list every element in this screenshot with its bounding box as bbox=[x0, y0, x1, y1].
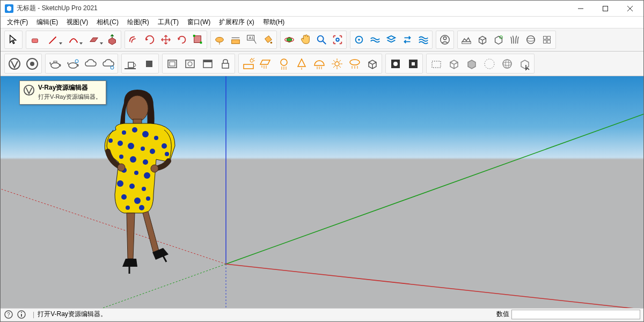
viewport-3d[interactable]: V-Ray资源编辑器 打开V-Ray资源编辑器。 bbox=[1, 76, 643, 308]
vray-light-mesh-icon[interactable] bbox=[346, 55, 363, 72]
status-value-label: 数值 bbox=[496, 310, 509, 319]
titlebar: 无标题 - SketchUp Pro 2021 bbox=[1, 1, 643, 17]
menu-extensions[interactable]: 扩展程序 (x) bbox=[215, 17, 258, 28]
cloud-b-icon[interactable] bbox=[99, 55, 117, 72]
teapot-b-icon[interactable] bbox=[64, 55, 82, 72]
vray-wave-b-icon[interactable] bbox=[415, 32, 431, 48]
svg-rect-39 bbox=[128, 62, 134, 68]
user-icon[interactable] bbox=[437, 32, 453, 48]
pan-tool[interactable] bbox=[297, 32, 313, 48]
tape-measure-tool[interactable] bbox=[211, 32, 228, 48]
menu-view[interactable]: 视图(V) bbox=[62, 17, 92, 28]
vray-light-spot-icon[interactable] bbox=[292, 55, 310, 72]
measurement-input[interactable] bbox=[511, 310, 640, 319]
svg-point-76 bbox=[162, 143, 167, 149]
svg-point-94 bbox=[139, 205, 144, 210]
vray-geo-cube2-icon[interactable] bbox=[463, 55, 480, 72]
menu-camera[interactable]: 相机(C) bbox=[92, 17, 123, 28]
svg-point-93 bbox=[126, 206, 130, 210]
svg-point-96 bbox=[165, 152, 169, 156]
vray-light-dome-icon[interactable] bbox=[310, 55, 328, 72]
frame-a-icon[interactable] bbox=[163, 55, 181, 72]
vray-fx-a-icon[interactable] bbox=[386, 55, 404, 72]
select-tool[interactable] bbox=[5, 32, 21, 48]
rotate-tool[interactable] bbox=[174, 32, 190, 48]
status-info-icon[interactable] bbox=[17, 310, 26, 319]
sandbox-cube2-icon[interactable] bbox=[491, 32, 507, 48]
vray-render-button[interactable] bbox=[23, 55, 41, 72]
eraser-tool[interactable] bbox=[27, 32, 43, 48]
move-tool[interactable] bbox=[158, 32, 174, 48]
svg-point-80 bbox=[150, 149, 155, 154]
svg-point-70 bbox=[127, 96, 148, 121]
sandbox-sphere-icon[interactable] bbox=[523, 32, 539, 48]
cloud-a-icon[interactable] bbox=[82, 55, 99, 72]
close-button[interactable] bbox=[618, 1, 642, 17]
vray-geo-cube-icon[interactable] bbox=[445, 55, 463, 72]
sandbox-grass-icon[interactable] bbox=[507, 32, 523, 48]
minimize-button[interactable] bbox=[568, 1, 593, 17]
svg-point-45 bbox=[188, 62, 192, 66]
teapot-a-icon[interactable] bbox=[46, 55, 64, 72]
vray-swap-icon[interactable] bbox=[399, 32, 415, 48]
menu-draw[interactable]: 绘图(R) bbox=[123, 17, 153, 28]
sandbox-a-icon[interactable] bbox=[458, 32, 474, 48]
pushpull-tool[interactable] bbox=[104, 32, 120, 48]
menu-window[interactable]: 窗口(W) bbox=[183, 17, 215, 28]
menu-tools[interactable]: 工具(T) bbox=[153, 17, 183, 28]
vray-wave-a-icon[interactable] bbox=[367, 32, 383, 48]
arc-tool[interactable] bbox=[63, 32, 84, 48]
line-tool[interactable] bbox=[43, 32, 63, 48]
status-help-icon[interactable]: ? bbox=[4, 310, 13, 319]
vray-geo-sphere-icon[interactable] bbox=[498, 55, 516, 72]
svg-point-106 bbox=[21, 312, 22, 313]
cup-icon[interactable] bbox=[122, 55, 140, 72]
svg-point-87 bbox=[117, 180, 123, 187]
offset-tool[interactable] bbox=[126, 32, 142, 48]
svg-point-38 bbox=[111, 66, 114, 69]
menu-edit[interactable]: 编辑(E) bbox=[32, 17, 62, 28]
vray-layers-icon[interactable] bbox=[383, 32, 399, 48]
zoom-extents-tool[interactable] bbox=[330, 32, 346, 48]
zoom-tool[interactable] bbox=[313, 32, 330, 48]
dimension-tool[interactable] bbox=[228, 32, 244, 48]
scale-tool[interactable] bbox=[190, 32, 206, 48]
svg-rect-58 bbox=[412, 62, 415, 65]
stop-icon[interactable] bbox=[140, 55, 158, 72]
vray-light-sphere-icon[interactable] bbox=[275, 55, 292, 72]
sandbox-cube-icon[interactable] bbox=[474, 32, 491, 48]
rectangle-tool[interactable] bbox=[84, 32, 104, 48]
svg-line-17 bbox=[323, 41, 326, 45]
lock-icon[interactable] bbox=[216, 55, 234, 72]
sandbox-grid-icon[interactable] bbox=[539, 32, 555, 48]
svg-rect-41 bbox=[146, 61, 152, 67]
menu-file[interactable]: 文件(F) bbox=[3, 17, 32, 28]
svg-point-20 bbox=[358, 39, 360, 41]
followme-tool[interactable] bbox=[142, 32, 158, 48]
vray-fx-b-icon[interactable] bbox=[404, 55, 422, 72]
svg-line-68 bbox=[226, 264, 643, 308]
vray-light-rect-icon[interactable] bbox=[257, 55, 275, 72]
svg-point-61 bbox=[503, 60, 511, 68]
menu-help[interactable]: 帮助(H) bbox=[259, 17, 289, 28]
vray-geo-cursor-icon[interactable] bbox=[516, 55, 533, 72]
frame-c-icon[interactable] bbox=[199, 55, 216, 72]
vray-gear-icon[interactable] bbox=[351, 32, 367, 48]
svg-point-97 bbox=[118, 164, 125, 171]
orbit-tool[interactable] bbox=[281, 32, 297, 48]
svg-point-85 bbox=[134, 171, 138, 175]
vray-light-ies-icon[interactable] bbox=[328, 55, 346, 72]
vray-asset-editor-button[interactable] bbox=[5, 55, 23, 72]
vray-sun-icon[interactable] bbox=[239, 55, 257, 72]
vray-geo-dots-icon[interactable] bbox=[480, 55, 498, 72]
maximize-button[interactable] bbox=[593, 1, 618, 17]
vray-geo-a-icon[interactable] bbox=[427, 55, 445, 72]
vray-cube-icon[interactable] bbox=[363, 55, 381, 72]
svg-point-22 bbox=[443, 37, 447, 40]
svg-point-92 bbox=[146, 196, 150, 201]
svg-point-77 bbox=[118, 141, 123, 146]
frame-b-icon[interactable] bbox=[181, 55, 199, 72]
svg-point-25 bbox=[527, 36, 535, 44]
paint-bucket-tool[interactable] bbox=[260, 32, 276, 48]
text-tool[interactable]: A1 bbox=[244, 32, 260, 48]
